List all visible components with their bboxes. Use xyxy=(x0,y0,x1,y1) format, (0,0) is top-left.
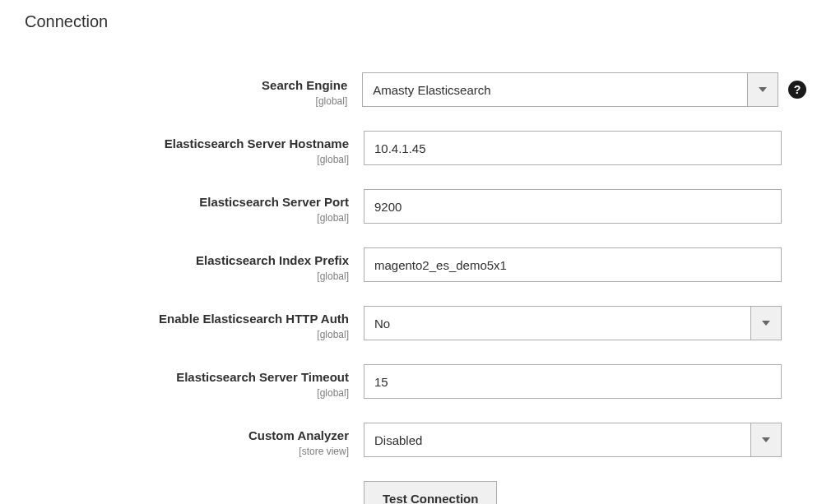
label-port: Elasticsearch Server Port xyxy=(199,195,349,209)
input-port[interactable] xyxy=(364,189,782,224)
input-hostname[interactable] xyxy=(364,131,782,165)
label-search-engine: Search Engine xyxy=(262,78,347,92)
label-index-prefix: Elasticsearch Index Prefix xyxy=(196,253,349,267)
scope-http-auth: [global] xyxy=(25,329,349,340)
scope-timeout: [global] xyxy=(25,387,349,399)
scope-hostname: [global] xyxy=(25,154,349,165)
scope-search-engine: [global] xyxy=(25,95,347,107)
field-http-auth: Enable Elasticsearch HTTP Auth [global] … xyxy=(25,306,806,340)
select-custom-analyzer[interactable]: Disabled xyxy=(364,423,782,457)
field-search-engine: Search Engine [global] Amasty Elasticsea… xyxy=(25,72,806,107)
select-http-auth[interactable]: No xyxy=(364,306,782,340)
field-index-prefix: Elasticsearch Index Prefix [global] xyxy=(25,247,806,282)
field-port: Elasticsearch Server Port [global] xyxy=(25,189,806,224)
scope-index-prefix: [global] xyxy=(25,270,349,282)
label-hostname: Elasticsearch Server Hostname xyxy=(165,136,349,150)
field-timeout: Elasticsearch Server Timeout [global] xyxy=(25,364,806,399)
label-http-auth: Enable Elasticsearch HTTP Auth xyxy=(159,312,349,326)
input-timeout[interactable] xyxy=(364,364,782,399)
field-hostname: Elasticsearch Server Hostname [global] xyxy=(25,131,806,165)
input-index-prefix[interactable] xyxy=(364,247,782,282)
scope-port: [global] xyxy=(25,212,349,224)
label-timeout: Elasticsearch Server Timeout xyxy=(176,370,349,384)
label-custom-analyzer: Custom Analyzer xyxy=(248,428,349,442)
help-icon[interactable]: ? xyxy=(788,81,806,99)
field-custom-analyzer: Custom Analyzer [store view] Disabled xyxy=(25,423,806,457)
scope-custom-analyzer: [store view] xyxy=(25,446,349,457)
select-search-engine[interactable]: Amasty Elasticsearch xyxy=(362,72,778,107)
section-title: Connection xyxy=(25,12,806,31)
test-connection-button[interactable]: Test Connection xyxy=(364,481,497,504)
